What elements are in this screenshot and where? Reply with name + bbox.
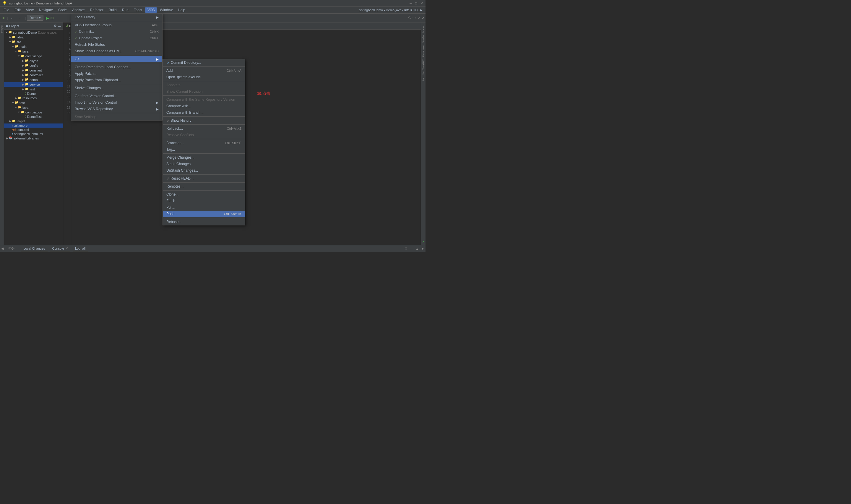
- tree-test-item[interactable]: ▼ 📁 test: [4, 101, 63, 105]
- tree-test-java-item[interactable]: ▼ 📂 java: [4, 105, 63, 110]
- title-bar-controls[interactable]: ─ □ ✕: [410, 1, 423, 5]
- tree-src-item[interactable]: ▼ 📁 src: [4, 40, 63, 44]
- run-button[interactable]: ▶: [46, 16, 49, 20]
- minimize-button[interactable]: ─: [410, 1, 412, 5]
- menu-vcs[interactable]: VCS: [145, 7, 157, 13]
- git-open-info[interactable]: Open .git/info/exclude: [163, 74, 245, 80]
- vcs-get-from-vcs[interactable]: Get from Version Control...: [71, 93, 162, 99]
- git-compare-same[interactable]: Compare with the Same Repository Version: [163, 96, 245, 103]
- git-show-history[interactable]: ⊙ Show History: [163, 117, 245, 124]
- tree-resources-item[interactable]: ▶ 📁 resources: [4, 96, 63, 101]
- git-branches[interactable]: Branches... Ctrl+Shift+`: [163, 140, 245, 146]
- vcs-git[interactable]: Git ▶: [71, 56, 162, 62]
- tree-ext-libs-item[interactable]: ▶ 📚 External Libraries: [4, 136, 63, 141]
- git-clone[interactable]: Clone...: [163, 191, 245, 198]
- project-tab[interactable]: Project: [1, 25, 3, 33]
- tree-com-xiaoge-item[interactable]: ▼ 📁 com.xiaoge: [4, 54, 63, 58]
- bottom-up-icon[interactable]: ▲: [415, 247, 419, 251]
- bottom-close-icon[interactable]: —: [410, 247, 413, 251]
- tree-test-com-item[interactable]: ▼ 📁 com.xiaoge: [4, 110, 63, 115]
- git-remotes[interactable]: Remotes...: [163, 183, 245, 190]
- menu-code[interactable]: Code: [56, 7, 69, 13]
- tab-log[interactable]: Log: all: [73, 245, 88, 252]
- git-annotate[interactable]: Annotate: [163, 82, 245, 88]
- git-resolve-conflicts[interactable]: Resolve Conflicts...: [163, 132, 245, 138]
- tab-local-changes[interactable]: Local Changes: [21, 245, 47, 252]
- tree-root-item[interactable]: ▼ 📁 springbootDemo D:\workspace...: [4, 30, 63, 35]
- git-rollback[interactable]: Rollback... Ctrl+Alt+Z: [163, 125, 245, 132]
- project-minimize-icon[interactable]: —: [58, 24, 61, 28]
- left-panel-toggle[interactable]: ◀: [1, 247, 3, 251]
- tree-service-item[interactable]: ▶ 📁 service: [4, 82, 63, 87]
- tree-async-item[interactable]: ▶ 📁 async: [4, 58, 63, 63]
- bottom-settings-icon[interactable]: ⚙: [404, 247, 408, 251]
- toolbar-forward-btn[interactable]: →: [17, 16, 24, 20]
- gradle-tab[interactable]: Gradle: [422, 34, 425, 44]
- vcs-local-history[interactable]: Local History ▶: [71, 14, 162, 20]
- tree-idea-item[interactable]: ▶ 📁 .idea: [4, 35, 63, 40]
- bottom-down-icon[interactable]: ▼: [421, 247, 424, 251]
- maven-tab[interactable]: Maven: [422, 24, 425, 34]
- vcs-show-local-changes[interactable]: Show Local Changes as UML Ctrl+Alt+Shift…: [71, 48, 162, 54]
- project-settings-icon[interactable]: ⚙: [54, 24, 57, 28]
- vcs-browse-vcs[interactable]: Browse VCS Repository ▶: [71, 106, 162, 112]
- tree-target-item[interactable]: ▶ 📁 target: [4, 119, 63, 124]
- tab-console-close[interactable]: ✕: [65, 246, 68, 250]
- vcs-commit[interactable]: ✓ Commit... Ctrl+K: [71, 29, 162, 35]
- tree-test-subitem[interactable]: ▶ 📁 test: [4, 87, 63, 92]
- menu-navigate[interactable]: Navigate: [37, 7, 55, 13]
- menu-window[interactable]: Window: [158, 7, 175, 13]
- close-button[interactable]: ✕: [420, 1, 423, 5]
- run-config-dropdown[interactable]: Demo ▾: [27, 15, 43, 21]
- menu-tools[interactable]: Tools: [131, 7, 144, 13]
- git-fetch[interactable]: Fetch: [163, 198, 245, 204]
- menu-run[interactable]: Run: [120, 7, 131, 13]
- tab-console[interactable]: Console ✕: [50, 245, 70, 252]
- menu-edit[interactable]: Edit: [12, 7, 23, 13]
- git-stash[interactable]: Stash Changes...: [163, 161, 245, 167]
- nexchatgpt-tab[interactable]: NexChatGPT: [422, 58, 425, 76]
- tree-demo-item[interactable]: ▶ 📁 demo: [4, 77, 63, 82]
- git-reset-head[interactable]: ↺ Reset HEAD...: [163, 175, 245, 182]
- git-commit-directory[interactable]: ⚙ Commit Directory...: [163, 59, 245, 66]
- menu-view[interactable]: View: [24, 7, 36, 13]
- vcs-shelve-changes[interactable]: Shelve Changes...: [71, 85, 162, 91]
- vcs-apply-patch-clipboard[interactable]: Apply Patch from Clipboard...: [71, 77, 162, 83]
- toolbar-back-btn[interactable]: ←: [9, 16, 16, 20]
- menu-build[interactable]: Build: [106, 7, 119, 13]
- git-pull[interactable]: Pull...: [163, 204, 245, 211]
- vcs-apply-patch[interactable]: Apply Patch...: [71, 70, 162, 77]
- git-add[interactable]: Add Ctrl+Alt+A: [163, 67, 245, 74]
- tree-iml-item[interactable]: ■ springbootDemo.iml: [4, 132, 63, 136]
- tree-config-item[interactable]: ▶ 📁 config: [4, 63, 63, 68]
- git-compare-branch[interactable]: Compare with Branch...: [163, 109, 245, 116]
- git-merge-changes[interactable]: Merge Changes...: [163, 154, 245, 161]
- git-compare-with[interactable]: Compare with...: [163, 103, 245, 109]
- vcs-create-patch[interactable]: Create Patch from Local Changes...: [71, 64, 162, 70]
- vcs-update-project[interactable]: ✓ Update Project... Ctrl+T: [71, 35, 162, 41]
- tab-git-label[interactable]: ⑨ Git:: [6, 245, 19, 252]
- git-unstash[interactable]: UnStash Changes...: [163, 167, 245, 174]
- tree-gitignore-item[interactable]: ≡ .gitignore: [4, 124, 63, 128]
- git-tag[interactable]: Tag...: [163, 146, 245, 153]
- menu-help[interactable]: Help: [176, 7, 188, 13]
- ant-tab[interactable]: Ant: [422, 76, 425, 83]
- git-show-current-revision[interactable]: Show Current Revision: [163, 88, 245, 95]
- vcs-sync-settings[interactable]: Sync Settings: [71, 114, 162, 120]
- tree-main-item[interactable]: ▼ 📁 main: [4, 44, 63, 49]
- tree-controller-item[interactable]: ▶ 📁 controller: [4, 73, 63, 77]
- vcs-operations-popup[interactable]: VCS Operations Popup... Alt+`: [71, 22, 162, 29]
- vcs-refresh-file-status[interactable]: Refresh File Status: [71, 41, 162, 48]
- tree-constant-item[interactable]: ▶ 📁 constant: [4, 68, 63, 73]
- menu-file[interactable]: File: [1, 7, 12, 13]
- menu-analyze[interactable]: Analyze: [70, 7, 87, 13]
- tree-java-item[interactable]: ▼ 📂 java: [4, 49, 63, 54]
- vcs-import-into-vcs[interactable]: Import into Version Control ▶: [71, 99, 162, 106]
- tree-demo-java-item[interactable]: J Demo: [4, 92, 63, 96]
- debug-button[interactable]: ⚙: [50, 16, 54, 20]
- database-tab[interactable]: Database: [422, 44, 425, 58]
- git-push[interactable]: Push... Ctrl+Shift+K: [163, 211, 245, 217]
- tree-pom-item[interactable]: xml pom.xml: [4, 128, 63, 132]
- git-rebase[interactable]: Rebase...: [163, 219, 245, 225]
- menu-refactor[interactable]: Refactor: [88, 7, 106, 13]
